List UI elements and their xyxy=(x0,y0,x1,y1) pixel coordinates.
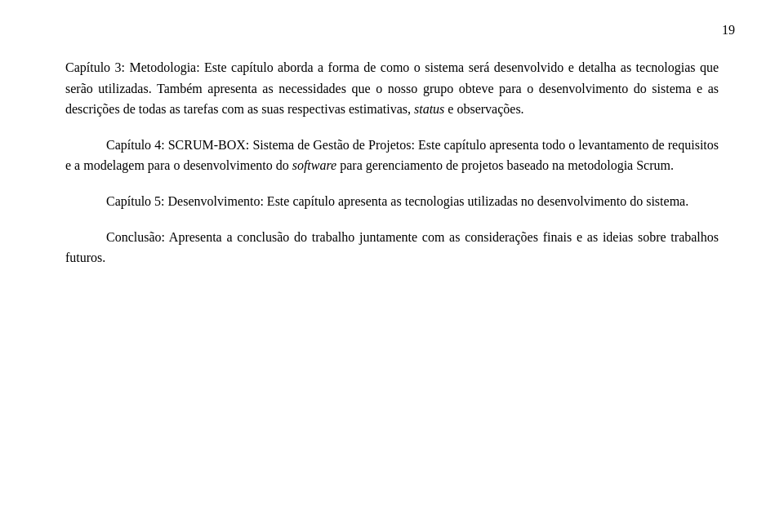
paragraph-chapter3-text-after-italic: e observações. xyxy=(448,102,523,116)
page-number: 19 xyxy=(722,23,735,38)
main-content: Capítulo 3: Metodologia: Este capítulo a… xyxy=(65,57,719,268)
paragraph-conclusion-text: Conclusão: Apresenta a conclusão do trab… xyxy=(65,230,719,265)
paragraph-chapter4-italic-software: software xyxy=(292,158,341,172)
paragraph-chapter4-text-after-italic: para gerenciamento de projetos baseado n… xyxy=(340,158,674,172)
paragraph-chapter3-italic-status: status xyxy=(414,102,448,116)
paragraph-chapter3: Capítulo 3: Metodologia: Este capítulo a… xyxy=(65,57,719,120)
paragraph-chapter5: Capítulo 5: Desenvolvimento: Este capítu… xyxy=(65,191,719,212)
paragraph-conclusion: Conclusão: Apresenta a conclusão do trab… xyxy=(65,227,719,268)
paragraph-chapter3-text-before-italic: Capítulo 3: Metodologia: Este capítulo a… xyxy=(65,60,719,116)
paragraph-chapter5-text: Capítulo 5: Desenvolvimento: Este capítu… xyxy=(106,194,688,208)
paragraph-chapter4: Capítulo 4: SCRUM-BOX: Sistema de Gestão… xyxy=(65,135,719,176)
